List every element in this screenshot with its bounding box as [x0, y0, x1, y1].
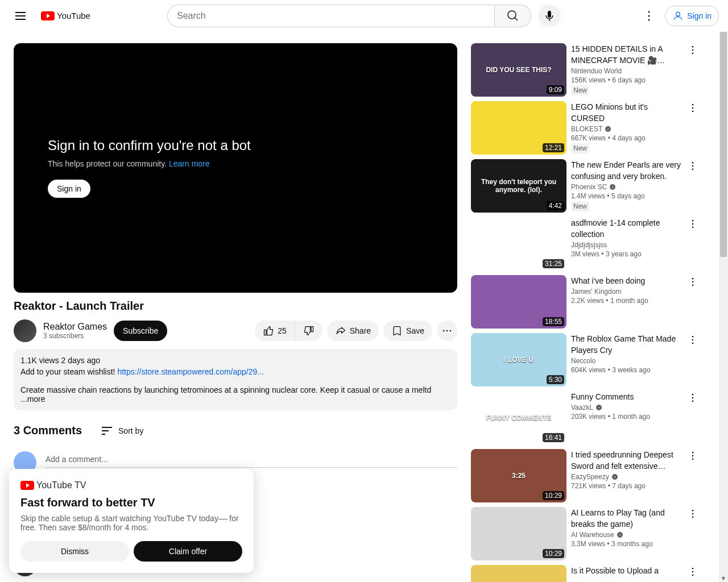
recommendation-thumbnail[interactable]: 10:29: [471, 507, 566, 560]
dislike-button[interactable]: [295, 321, 322, 341]
svg-point-6: [648, 19, 650, 21]
settings-button[interactable]: [638, 5, 660, 27]
svg-point-40: [692, 510, 694, 512]
recommendation-item[interactable]: 3:25 10:29 I tried speedrunning Deepest …: [471, 449, 700, 502]
recommendation-info: I tried speedrunning Deepest Sword and f…: [571, 449, 681, 502]
recommendation-thumbnail[interactable]: They don't teleport you anymore. (lol). …: [471, 159, 566, 213]
subscribe-button[interactable]: Subscribe: [114, 321, 167, 341]
share-button[interactable]: Share: [327, 321, 379, 341]
recommendation-item[interactable]: FUNNY COMMENTS 16:41 Funny Comments Vaaz…: [471, 391, 700, 444]
recommendation-item[interactable]: Is it Possible to Upload a: [471, 565, 700, 582]
scrollbar-thumb[interactable]: [720, 7, 727, 257]
player-signin-button[interactable]: Sign in: [48, 180, 90, 198]
kebab-icon: [687, 276, 698, 288]
recommendation-meta: 156K views • 6 days ago: [571, 76, 681, 84]
recommendation-info: Is it Possible to Upload a: [571, 565, 681, 582]
svg-point-28: [692, 336, 694, 338]
svg-text:YouTube: YouTube: [57, 11, 90, 20]
recommendation-menu-button[interactable]: [686, 217, 700, 271]
recommendation-thumbnail[interactable]: 3:25 10:29: [471, 449, 566, 502]
recommendation-menu-button[interactable]: [686, 507, 700, 560]
duration-badge: 10:29: [543, 549, 564, 558]
recommendation-menu-button[interactable]: [686, 43, 700, 97]
header-right: Sign in: [617, 5, 719, 27]
recommendation-menu-button[interactable]: [686, 275, 700, 329]
svg-point-9: [446, 330, 448, 332]
recommendation-menu-button[interactable]: [686, 391, 700, 444]
recommendation-menu-button[interactable]: [686, 159, 700, 213]
scrollbar-down-arrow[interactable]: ▼: [721, 575, 726, 581]
recommendation-menu-button[interactable]: [686, 565, 700, 582]
search-input[interactable]: [167, 5, 495, 27]
duration-badge: 10:29: [543, 491, 564, 500]
recommendation-info: LEGO Minions but it's CURSED BLOKEST 667…: [571, 101, 681, 155]
recommendation-meta: 604K views • 3 weeks ago: [571, 366, 681, 374]
recommendation-thumbnail[interactable]: FUNNY COMMENTS 16:41: [471, 391, 566, 444]
microphone-icon: [543, 9, 556, 23]
description-more-button[interactable]: ...more: [20, 394, 46, 404]
svg-point-15: [692, 104, 694, 106]
recommendation-channel: Nintenduo World: [571, 67, 681, 75]
channel-avatar[interactable]: [14, 319, 36, 342]
verified-icon: [609, 184, 616, 190]
recommendation-info: 15 HIDDEN DETAILS in A MINECRAFT MOVIE 🎥…: [571, 43, 681, 97]
svg-rect-3: [548, 11, 551, 18]
hamburger-menu-button[interactable]: [9, 5, 32, 27]
comment-input[interactable]: Add a comment...: [46, 451, 457, 468]
recommendation-channel: VaazkL: [571, 404, 681, 411]
youtube-logo[interactable]: YouTube: [41, 10, 92, 22]
recommendation-item[interactable]: 31:25 asdfmovie 1-14 complete collection…: [471, 217, 700, 271]
svg-point-19: [692, 162, 694, 164]
recommendation-thumbnail[interactable]: 12:21: [471, 101, 566, 155]
learn-more-link[interactable]: Learn more: [169, 159, 210, 168]
kebab-icon: [687, 334, 698, 346]
new-badge: New: [571, 143, 589, 153]
recommendation-menu-button[interactable]: [686, 449, 700, 502]
sort-button[interactable]: Sort by: [100, 424, 143, 438]
promo-claim-button[interactable]: Claim offer: [134, 541, 242, 562]
like-count: 25: [278, 326, 287, 335]
recommendation-item[interactable]: DID YOU SEE THIS? 9:09 15 HIDDEN DETAILS…: [471, 43, 700, 97]
signin-button[interactable]: Sign in: [665, 6, 719, 26]
recommendation-thumbnail[interactable]: DID YOU SEE THIS? 9:09: [471, 43, 566, 97]
description-box[interactable]: 1.1K views 2 days ago Add to your steam …: [14, 349, 457, 410]
recommendation-meta: 1.4M views • 5 days ago: [571, 192, 681, 200]
video-player[interactable]: Sign in to confirm you're not a bot This…: [14, 43, 457, 293]
svg-point-42: [692, 517, 694, 518]
channel-name[interactable]: Reaktor Games: [43, 322, 107, 332]
new-badge: New: [571, 85, 589, 95]
recommendation-thumbnail[interactable]: I LOVE U 5:30: [471, 333, 566, 386]
recommendation-title: LEGO Minions but it's CURSED: [571, 101, 681, 124]
recommendation-channel: Jdjdjdjsjsjss: [571, 241, 681, 249]
recommendation-info: Funny Comments VaazkL 203K views • 1 mon…: [571, 391, 681, 444]
more-actions-button[interactable]: [437, 321, 457, 341]
recommendation-item[interactable]: 18:55 What i've been doing James' Kingdo…: [471, 275, 700, 329]
promo-title: Fast forward to better TV: [20, 496, 242, 509]
recommendation-item[interactable]: They don't teleport you anymore. (lol). …: [471, 159, 700, 213]
like-button[interactable]: 25: [255, 321, 295, 341]
recommendation-thumbnail[interactable]: 18:55: [471, 275, 566, 329]
svg-point-24: [692, 227, 694, 228]
recommendation-menu-button[interactable]: [686, 101, 700, 155]
save-button[interactable]: Save: [383, 321, 432, 341]
promo-dismiss-button[interactable]: Dismiss: [20, 541, 129, 562]
svg-point-12: [692, 49, 694, 51]
share-label: Share: [350, 326, 371, 335]
recommendation-thumbnail[interactable]: [471, 565, 566, 582]
scrollbar[interactable]: ▲ ▼: [719, 0, 728, 582]
recommendation-item[interactable]: 12:21 LEGO Minions but it's CURSED BLOKE…: [471, 101, 700, 155]
recommendation-item[interactable]: 10:29 AI Learns to Play Tag (and breaks …: [471, 507, 700, 560]
svg-point-8: [443, 330, 445, 332]
recommendation-item[interactable]: I LOVE U 5:30 The Roblox Game That Made …: [471, 333, 700, 386]
recommendation-meta: 3M views • 3 years ago: [571, 250, 681, 258]
voice-search-button[interactable]: [538, 5, 561, 27]
kebab-icon: [687, 160, 698, 172]
svg-point-21: [692, 169, 694, 171]
recommendation-thumbnail[interactable]: 31:25: [471, 217, 566, 271]
recommendation-title: The Roblox Game That Made Players Cry: [571, 333, 681, 356]
duration-badge: 9:09: [547, 85, 564, 94]
steam-link[interactable]: https://store.steampowered.com/app/29...: [117, 367, 264, 376]
kebab-icon: [642, 9, 656, 23]
search-button[interactable]: [495, 5, 531, 27]
recommendation-menu-button[interactable]: [686, 333, 700, 386]
